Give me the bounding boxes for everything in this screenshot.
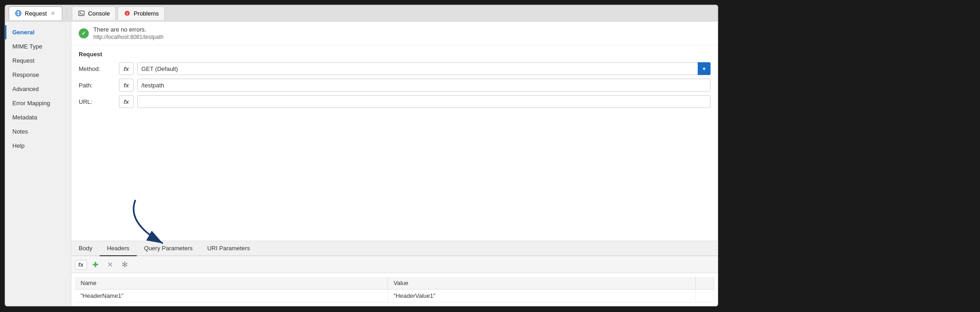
table-area: Name Value "HeaderName1" " xyxy=(71,273,718,306)
tab-nav-headers[interactable]: Headers xyxy=(100,241,137,256)
table-row[interactable]: "HeaderName1" "HeaderValue1" xyxy=(75,290,714,302)
status-message: There are no errors. xyxy=(93,26,163,33)
toolbar-add-button[interactable]: ✚ xyxy=(90,259,102,270)
sidebar-item-error-mapping[interactable]: Error Mapping xyxy=(5,96,71,110)
method-fx-icon: fx xyxy=(124,65,129,72)
table-toolbar: fx ✚ ✕ ✻ xyxy=(71,256,718,273)
globe-icon xyxy=(15,10,22,17)
main-area: General MIME Type Request Response Advan… xyxy=(5,22,718,306)
path-fx-icon: fx xyxy=(124,82,129,89)
method-select[interactable]: GET (Default) POST PUT DELETE PATCH xyxy=(137,62,711,75)
toolbar-cancel-button[interactable]: ✕ xyxy=(104,259,116,270)
method-label: Method: xyxy=(79,65,115,72)
tab-nav-uri-params[interactable]: URI Parameters xyxy=(200,241,257,256)
status-url: http://localhost:8081/testpath xyxy=(93,34,163,40)
svg-text:!: ! xyxy=(127,11,128,16)
tabs-section: Body Headers Query Parameters URI Parame… xyxy=(71,241,718,306)
url-fx-button[interactable]: fx xyxy=(119,95,134,108)
sidebar: General MIME Type Request Response Advan… xyxy=(5,22,71,306)
url-label: URL: xyxy=(79,98,115,105)
wrench-icon: ✻ xyxy=(122,260,128,269)
tab-request[interactable]: Request ✕ xyxy=(9,6,62,20)
col-name-header: Name xyxy=(75,277,388,290)
tabs-nav: Body Headers Query Parameters URI Parame… xyxy=(71,241,718,256)
content-area: There are no errors. http://localhost:80… xyxy=(71,22,718,306)
tabs-nav-wrapper: Body Headers Query Parameters URI Parame… xyxy=(71,241,718,256)
sidebar-item-metadata[interactable]: Metadata xyxy=(5,110,71,124)
method-select-wrapper: GET (Default) POST PUT DELETE PATCH xyxy=(137,62,711,75)
url-fx-icon: fx xyxy=(124,98,129,105)
path-fx-button[interactable]: fx xyxy=(119,79,134,91)
sidebar-item-request[interactable]: Request xyxy=(5,54,71,68)
section-title: Request xyxy=(79,51,711,58)
sidebar-item-response[interactable]: Response xyxy=(5,68,71,82)
col-actions-header xyxy=(696,277,714,290)
console-icon xyxy=(78,10,85,17)
tab-bar: Request ✕ Console ! Proble xyxy=(5,5,718,22)
tab-nav-query-params[interactable]: Query Parameters xyxy=(137,241,200,256)
path-label: Path: xyxy=(79,82,115,89)
cell-name: "HeaderName1" xyxy=(75,290,388,302)
tab-request-close[interactable]: ✕ xyxy=(49,10,56,17)
sidebar-item-general[interactable]: General xyxy=(5,25,71,39)
cell-value: "HeaderValue1" xyxy=(388,290,696,302)
col-value-header: Value xyxy=(388,277,696,290)
sidebar-item-help[interactable]: Help xyxy=(5,139,71,153)
method-fx-button[interactable]: fx xyxy=(119,62,134,75)
tab-request-label: Request xyxy=(25,10,47,17)
path-row: Path: fx xyxy=(79,79,711,91)
table-header-row: Name Value xyxy=(75,277,714,290)
url-row: URL: fx xyxy=(79,95,711,108)
tab-console[interactable]: Console xyxy=(72,6,116,20)
request-section: Request Method: fx GET (Default) POST PU… xyxy=(71,45,718,241)
tab-separator-1 xyxy=(67,9,67,18)
sidebar-item-notes[interactable]: Notes xyxy=(5,124,71,139)
cell-actions xyxy=(696,290,714,302)
method-row: Method: fx GET (Default) POST PUT DELETE… xyxy=(79,62,711,75)
tab-console-label: Console xyxy=(88,10,110,17)
problems-icon: ! xyxy=(124,10,131,17)
sidebar-item-mime-type[interactable]: MIME Type xyxy=(5,39,71,54)
toolbar-settings-button[interactable]: ✻ xyxy=(119,259,131,270)
data-table: Name Value "HeaderName1" " xyxy=(75,277,714,302)
add-icon: ✚ xyxy=(92,260,98,269)
status-success-icon xyxy=(79,28,89,38)
tab-problems-label: Problems xyxy=(134,10,159,17)
url-input[interactable] xyxy=(137,95,711,108)
status-bar: There are no errors. http://localhost:80… xyxy=(71,22,718,45)
path-input[interactable] xyxy=(137,79,711,91)
tab-problems[interactable]: ! Problems xyxy=(118,6,165,20)
app-window: Request ✕ Console ! Proble xyxy=(5,5,718,307)
sidebar-item-advanced[interactable]: Advanced xyxy=(5,82,71,96)
cancel-icon: ✕ xyxy=(107,260,113,269)
tab-nav-body[interactable]: Body xyxy=(71,241,100,256)
status-text-group: There are no errors. http://localhost:80… xyxy=(93,26,163,40)
toolbar-fx-button[interactable]: fx xyxy=(75,260,87,269)
